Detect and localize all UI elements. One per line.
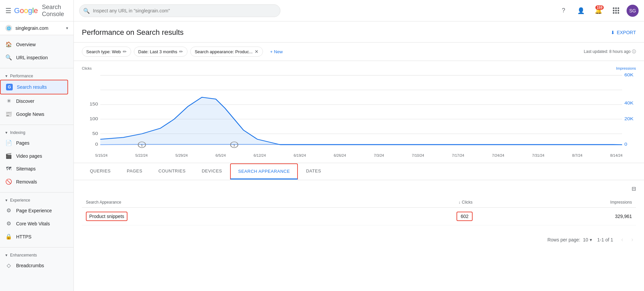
collapse-icon: ▾ — [5, 74, 7, 78]
app-title: Search Console — [42, 4, 68, 18]
svg-text:40K: 40K — [625, 101, 634, 105]
sidebar-item-label: Overview — [16, 42, 36, 47]
chart-container: 0 50 100 150 0 20K 40K 60K — [82, 72, 636, 152]
pagination: Rows per page: 10 ▾ 1-1 of 1 ‹ › — [74, 231, 644, 248]
section-enhancements: ▾ Enhancements — [0, 249, 73, 259]
sidebar-item-https[interactable]: 🔒 HTTPS — [0, 230, 68, 243]
chart-right-label: Impressions — [616, 66, 636, 70]
tab-devices[interactable]: DEVICES — [194, 163, 230, 180]
sidebar-item-url-inspection[interactable]: 🔍 URL inspection — [0, 51, 68, 64]
cell-appearance: Product snippets — [82, 208, 348, 225]
sidebar-item-discover[interactable]: ✳ Discover — [0, 94, 68, 107]
table-section: ⊟ Search Appearance ↓ Clicks — [74, 180, 644, 231]
x-label: 8/14/24 — [610, 153, 623, 157]
sidebar-item-page-experience[interactable]: ⚙ Page Experience — [0, 204, 68, 217]
x-label: 7/24/24 — [492, 153, 504, 157]
pagination-rows: Rows per page: 10 ▾ — [547, 237, 592, 242]
sidebar-item-core-web-vitals[interactable]: ⚙ Core Web Vitals — [0, 217, 68, 230]
site-selector[interactable]: 🌐 singlegrain.com ▾ — [0, 21, 73, 35]
tab-countries[interactable]: COUNTRIES — [150, 163, 194, 180]
info-icon: ⓘ — [632, 49, 636, 55]
sort-down-icon: ↓ — [459, 200, 461, 205]
svg-text:0: 0 — [625, 142, 628, 147]
video-icon: 🎬 — [5, 153, 12, 159]
news-icon: 📰 — [5, 111, 12, 117]
edit-icon[interactable]: ✏ — [179, 49, 183, 54]
edit-icon[interactable]: ✏ — [123, 49, 127, 54]
search-input[interactable] — [79, 4, 280, 17]
svg-text:0: 0 — [95, 142, 98, 147]
filter-chip-search-appearance[interactable]: Search appearance: Produc... ✕ — [190, 47, 263, 57]
core-web-vitals-icon: ⚙ — [5, 220, 12, 227]
filter-chip-date[interactable]: Date: Last 3 months ✏ — [134, 47, 187, 57]
sidebar-item-sitemaps[interactable]: 🗺 Sitemaps — [0, 162, 68, 175]
table-header: ⊟ — [82, 186, 636, 192]
export-button[interactable]: ⬇ EXPORT — [611, 30, 636, 35]
discover-icon: ✳ — [5, 98, 12, 104]
rows-per-page-select[interactable]: 10 ▾ — [583, 237, 592, 242]
sidebar-item-video-pages[interactable]: 🎬 Video pages — [0, 149, 68, 162]
lock-icon: 🔒 — [5, 233, 12, 240]
sidebar-item-label: HTTPS — [16, 234, 32, 239]
tab-dates[interactable]: DATES — [298, 163, 329, 180]
svg-text:60K: 60K — [625, 73, 634, 77]
prev-page-button[interactable]: ‹ — [619, 235, 626, 244]
sidebar-item-search-results[interactable]: G Search results — [0, 80, 68, 94]
sidebar-item-google-news[interactable]: 📰 Google News — [0, 107, 68, 121]
removals-icon: 🚫 — [5, 178, 12, 185]
x-label: 6/12/24 — [254, 153, 266, 157]
sidebar-item-overview[interactable]: 🏠 Overview — [0, 38, 68, 51]
hamburger-menu[interactable]: ☰ — [5, 7, 11, 15]
sidebar-item-label: Pages — [16, 140, 30, 146]
sidebar-item-label: Video pages — [16, 153, 42, 159]
topbar-actions: ? 👤 🔔 159 — [557, 4, 639, 17]
collapse-icon: ▾ — [5, 253, 7, 258]
tab-search-appearance[interactable]: SEARCH APPEARANCE — [230, 163, 298, 179]
product-snippets-cell: Product snippets — [86, 212, 127, 221]
nav-top: 🏠 Overview 🔍 URL inspection — [0, 35, 73, 67]
site-icon: 🌐 — [5, 25, 12, 31]
sidebar-item-label: Discover — [16, 98, 34, 104]
x-label: 6/19/24 — [293, 153, 306, 157]
x-label: 6/5/24 — [216, 153, 226, 157]
chart-left-label: Clicks — [82, 66, 92, 70]
help-icon: ? — [562, 7, 565, 14]
filter-icon[interactable]: ⊟ — [632, 186, 636, 192]
notification-button[interactable]: 🔔 159 — [592, 4, 605, 17]
x-label: 7/10/24 — [412, 153, 424, 157]
avatar[interactable]: SG — [627, 5, 639, 17]
next-page-button[interactable]: › — [629, 235, 636, 244]
tabs-row: QUERIES PAGES COUNTRIES DEVICES SEARCH A… — [74, 163, 644, 180]
x-label: 5/15/24 — [95, 153, 108, 157]
close-icon[interactable]: ✕ — [255, 49, 259, 54]
notification-badge: 159 — [595, 5, 604, 10]
plus-icon: + — [270, 49, 273, 54]
sidebar-item-breadcrumbs[interactable]: ◇ Breadcrumbs — [0, 259, 68, 272]
filter-chip-search-type[interactable]: Search type: Web ✏ — [82, 47, 131, 57]
tab-queries[interactable]: QUERIES — [82, 163, 119, 180]
google-g-icon: G — [6, 84, 13, 90]
help-button[interactable]: ? — [557, 4, 570, 17]
x-label: 5/29/24 — [175, 153, 188, 157]
x-label: 5/22/24 — [136, 153, 148, 157]
sidebar-item-pages[interactable]: 📄 Pages — [0, 136, 68, 149]
section-experience: ▾ Experience — [0, 194, 73, 204]
svg-text:1: 1 — [233, 143, 235, 147]
topbar: 🔍 ? 👤 🔔 159 — [74, 0, 644, 21]
clicks-value: 602 — [457, 212, 472, 221]
dropdown-arrow-icon: ▾ — [66, 26, 68, 30]
tab-pages[interactable]: PAGES — [119, 163, 150, 180]
x-label: 7/3/24 — [374, 153, 384, 157]
chart-x-axis: 5/15/24 5/22/24 5/29/24 6/5/24 6/12/24 6… — [82, 152, 636, 157]
apps-button[interactable] — [609, 4, 623, 17]
person-icon: 👤 — [577, 7, 585, 14]
sidebar-item-label: Sitemaps — [16, 166, 36, 171]
account-button[interactable]: 👤 — [574, 4, 588, 17]
col-header-impressions: Impressions — [477, 197, 636, 208]
search-appearance-table: Search Appearance ↓ Clicks Impressions — [82, 197, 636, 225]
section-performance: ▾ Performance — [0, 70, 73, 80]
breadcrumbs-icon: ◇ — [5, 262, 12, 269]
new-filter-button[interactable]: + New — [266, 47, 287, 57]
sidebar-item-removals[interactable]: 🚫 Removals — [0, 175, 68, 188]
apps-icon — [613, 7, 619, 14]
